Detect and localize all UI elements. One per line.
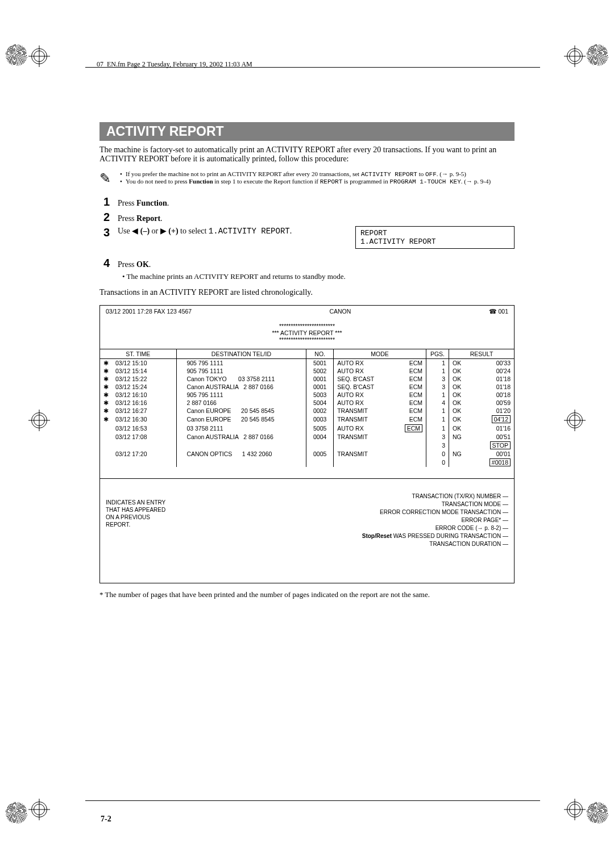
col-time: ST. TIME	[100, 349, 176, 359]
page-number: 7-2	[101, 815, 111, 824]
annot-indicates: INDICATES AN ENTRY THAT HAS APPEARED ON …	[106, 499, 174, 528]
annot-ecm: ERROR CORRECTION MODE TRANSACTION —	[269, 509, 508, 515]
report-sample: 03/12 2001 17:28 FAX 123 4567 CANON ☎ 00…	[99, 305, 515, 583]
lcd-display: REPORT 1.ACTIVITY REPORT	[355, 226, 515, 249]
table-row: ✱03/12 15:24 Canon AUSTRALIA 2 887 01660…	[100, 383, 514, 391]
section-title: ACTIVITY REPORT	[99, 122, 515, 141]
intro-text: The machine is factory-set to automatica…	[99, 145, 515, 164]
reg-mark-icon	[567, 802, 583, 820]
corner-decoration	[6, 44, 27, 66]
lcd-line: 1.ACTIVITY REPORT	[360, 237, 509, 246]
step: 2 Press Report.	[99, 211, 515, 224]
corner-decoration	[587, 44, 608, 66]
report-banner: ************************ *** ACTIVITY RE…	[100, 317, 514, 349]
annot-errcode: ERROR CODE (→ p. 8-2) —	[269, 525, 508, 531]
table-row: ✱03/12 16:27 Canon EUROPE 20 545 8545000…	[100, 407, 514, 415]
col-no: NO.	[306, 349, 334, 359]
table-row: ✱03/12 15:22 Canon TOKYO 03 3758 2111000…	[100, 375, 514, 383]
table-row: ✱03/12 15:10 905 795 11115001AUTO RXECM1…	[100, 359, 514, 368]
reg-mark-icon	[567, 412, 583, 431]
col-mode: MODE	[334, 349, 426, 359]
annot-errpage: ERROR PAGE* —	[269, 517, 508, 523]
report-hdr-center: CANON	[329, 308, 351, 315]
col-pgs: PGS.	[426, 349, 449, 359]
annot-txrx: TRANSACTION (TX/RX) NUMBER —	[269, 493, 508, 499]
table-row: 3STOP	[100, 441, 514, 450]
step-number: 1	[99, 195, 110, 208]
note-block: ✎ If you prefer the machine not to print…	[99, 170, 515, 186]
step-subnote: The machine prints an ACTIVITY REPORT an…	[99, 272, 515, 281]
step-number: 4	[99, 257, 110, 270]
footnote: * The number of pages that have been pri…	[99, 590, 515, 599]
step: 4 Press OK.	[99, 257, 515, 270]
col-dest: DESTINATION TEL/ID	[176, 349, 306, 359]
crop-rule	[85, 800, 540, 801]
table-row: 03/12 17:08 Canon AUSTRALIA 2 887 016600…	[100, 433, 514, 441]
lcd-line: REPORT	[360, 229, 509, 237]
step-list: 1 Press Function. 2 Press Report. 3 Use …	[99, 195, 515, 281]
step: 1 Press Function.	[99, 195, 515, 208]
step: 3 Use ◀ (–) or ▶ (+) to select 1.ACTIVIT…	[99, 226, 515, 249]
reg-mark-icon	[31, 48, 47, 66]
step-number: 3	[99, 226, 110, 239]
table-row: ✱03/12 16:10 905 795 11115003AUTO RXECM1…	[100, 391, 514, 399]
chrono-text: Transactions in an ACTIVITY REPORT are l…	[99, 288, 515, 297]
page-content: ACTIVITY REPORT The machine is factory-s…	[99, 122, 515, 599]
note-item: You do not need to press Function in ste…	[120, 178, 491, 185]
report-hdr-left: 03/12 2001 17:28 FAX 123 4567	[106, 308, 192, 315]
reg-mark-icon	[31, 412, 47, 431]
annot-stop: Stop/Reset WAS PRESSED DURING TRANSACTIO…	[269, 533, 508, 539]
table-row: 03/12 16:53 03 3758 21115005AUTO RXECM1O…	[100, 424, 514, 433]
frame-header: 07_EN.fm Page 2 Tuesday, February 19, 20…	[97, 60, 252, 69]
table-row: 0#0018	[100, 458, 514, 467]
corner-decoration	[6, 802, 27, 824]
corner-decoration	[587, 802, 608, 824]
table-row: ✱03/12 16:16 2 887 01665004AUTO RXECM4OK…	[100, 399, 514, 407]
report-hdr-right: ☎ 001	[489, 308, 508, 315]
reg-mark-icon	[567, 48, 583, 66]
annot-mode: TRANSACTION MODE —	[269, 501, 508, 507]
table-row: ✱03/12 16:30 Canon EUROPE 20 545 8545000…	[100, 415, 514, 424]
annot-duration: TRANSACTION DURATION —	[269, 541, 508, 547]
table-row: 03/12 17:20 CANON OPTICS 1 432 20600005T…	[100, 450, 514, 458]
reg-mark-icon	[31, 802, 47, 820]
report-table: ST. TIME DESTINATION TEL/ID NO. MODE PGS…	[100, 349, 514, 467]
note-item: If you prefer the machine not to print a…	[120, 170, 491, 178]
annot-labels: TRANSACTION (TX/RX) NUMBER — TRANSACTION…	[269, 493, 508, 549]
col-result: RESULT	[449, 349, 514, 359]
table-row: ✱03/12 15:14 905 795 11115002AUTO RXECM1…	[100, 367, 514, 375]
pencil-icon: ✎	[99, 170, 111, 186]
step-number: 2	[99, 211, 110, 224]
